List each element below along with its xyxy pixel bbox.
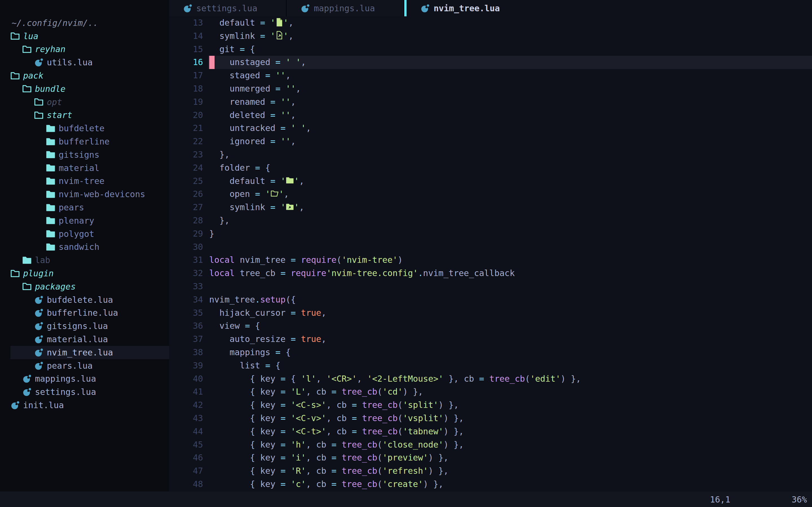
folder-icon bbox=[46, 243, 55, 251]
code-line-25[interactable]: 25 default = '', bbox=[169, 175, 812, 188]
tree-item-pears.lua[interactable]: pears.lua bbox=[0, 359, 169, 372]
tree-item-init.lua[interactable]: init.lua bbox=[0, 399, 169, 412]
code-line-26[interactable]: 26 open = '', bbox=[169, 187, 812, 201]
code-line-text: ignored = '', bbox=[208, 135, 812, 148]
tree-item-start[interactable]: start bbox=[0, 109, 169, 122]
line-number: 26 bbox=[169, 187, 208, 201]
tree-item-lab[interactable]: lab bbox=[0, 253, 169, 267]
code-line-text: mappings = { bbox=[208, 346, 812, 359]
tree-item-label: opt bbox=[47, 97, 62, 107]
code-line-36[interactable]: 36 view = { bbox=[169, 320, 812, 333]
code-line-text: { key = 'R', cb = tree_cb('refresh') }, bbox=[208, 464, 812, 478]
code-line-19[interactable]: 19 renamed = '', bbox=[169, 96, 812, 109]
code-line-28[interactable]: 28 }, bbox=[169, 214, 812, 227]
tab-settings.lua[interactable]: settings.lua bbox=[169, 0, 287, 16]
code-line-text: default = '', bbox=[208, 16, 812, 30]
tree-item-lua[interactable]: lua bbox=[0, 30, 169, 43]
tree-root-path[interactable]: ~/.config/nvim/.. bbox=[0, 16, 169, 30]
tree-item-packages[interactable]: packages bbox=[0, 280, 169, 293]
tree-item-label: plugin bbox=[23, 269, 54, 278]
folder-icon bbox=[46, 203, 55, 212]
tab-label: mappings.lua bbox=[314, 3, 375, 13]
code-line-44[interactable]: 44 { key = '<C-t>', cb = tree_cb('tabnew… bbox=[169, 425, 812, 438]
statusline: 16,1 36% bbox=[0, 492, 812, 507]
tree-item-label: gitsigns bbox=[59, 150, 100, 160]
code-line-18[interactable]: 18 unmerged = '', bbox=[169, 82, 812, 96]
folder-open-icon bbox=[10, 32, 20, 40]
tree-item-bundle[interactable]: bundle bbox=[0, 82, 169, 96]
tab-mappings.lua[interactable]: mappings.lua bbox=[287, 0, 404, 16]
code-line-29[interactable]: 29} bbox=[169, 227, 812, 240]
tree-item-reyhan[interactable]: reyhan bbox=[0, 43, 169, 56]
code-line-text: { key = 'L', cb = tree_cb('cd') }, bbox=[208, 385, 812, 399]
code-line-30[interactable]: 30 bbox=[169, 240, 812, 254]
code-line-17[interactable]: 17 staged = '', bbox=[169, 69, 812, 82]
code-line-47[interactable]: 47 { key = 'R', cb = tree_cb('refresh') … bbox=[169, 464, 812, 478]
tree-item-mappings.lua[interactable]: mappings.lua bbox=[0, 372, 169, 386]
code-line-40[interactable]: 40 { key = { 'l', '<CR>', '<2-LeftMouse>… bbox=[169, 372, 812, 386]
tree-item-opt[interactable]: opt bbox=[0, 96, 169, 109]
line-number: 44 bbox=[169, 425, 208, 438]
line-number: 32 bbox=[169, 267, 208, 280]
code-line-21[interactable]: 21 untracked = ' ', bbox=[169, 122, 812, 135]
tree-item-gitsigns.lua[interactable]: gitsigns.lua bbox=[0, 320, 169, 333]
code-line-41[interactable]: 41 { key = 'L', cb = tree_cb('cd') }, bbox=[169, 385, 812, 399]
code-line-33[interactable]: 33 bbox=[169, 280, 812, 293]
tree-item-nvim-tree[interactable]: nvim-tree bbox=[0, 175, 169, 188]
code-line-text: staged = '', bbox=[208, 69, 812, 82]
code-line-45[interactable]: 45 { key = 'h', cb = tree_cb('close_node… bbox=[169, 438, 812, 452]
tree-item-nvim_tree.lua[interactable]: nvim_tree.lua bbox=[0, 346, 169, 359]
tree-item-plugin[interactable]: plugin bbox=[0, 267, 169, 280]
code-line-16[interactable]: 16 unstaged = ' ', bbox=[169, 56, 812, 69]
tree-item-material.lua[interactable]: material.lua bbox=[0, 333, 169, 346]
folder-open-icon bbox=[270, 189, 279, 199]
tree-item-gitsigns[interactable]: gitsigns bbox=[0, 148, 169, 161]
code-line-39[interactable]: 39 list = { bbox=[169, 359, 812, 372]
code-line-46[interactable]: 46 { key = 'i', cb = tree_cb('preview') … bbox=[169, 451, 812, 464]
line-number: 16 bbox=[169, 56, 208, 69]
code-line-text: { key = '<C-v>', cb = tree_cb('vsplit') … bbox=[208, 412, 812, 425]
code-line-13[interactable]: 13 default = '', bbox=[169, 16, 812, 30]
code-line-34[interactable]: 34nvim_tree.setup({ bbox=[169, 293, 812, 306]
code-line-42[interactable]: 42 { key = '<C-s>', cb = tree_cb('split'… bbox=[169, 399, 812, 412]
tree-item-material[interactable]: material bbox=[0, 161, 169, 175]
folder-open-icon bbox=[10, 71, 20, 80]
code-line-20[interactable]: 20 deleted = '', bbox=[169, 109, 812, 122]
code-line-15[interactable]: 15 git = { bbox=[169, 43, 812, 56]
tree-item-label: bundle bbox=[35, 84, 65, 94]
code-line-48[interactable]: 48 { key = 'c', cb = tree_cb('create') }… bbox=[169, 478, 812, 491]
tree-item-bufferline.lua[interactable]: bufferline.lua bbox=[0, 306, 169, 320]
code-line-text: }, bbox=[208, 214, 812, 227]
tree-item-polygot[interactable]: polygot bbox=[0, 227, 169, 240]
neovim-window: ~/.config/nvim/.. luareyhanutils.luapack… bbox=[0, 0, 812, 507]
file-symlink-icon bbox=[275, 31, 283, 41]
code-line-14[interactable]: 14 symlink = '', bbox=[169, 30, 812, 43]
code-line-37[interactable]: 37 auto_resize = true, bbox=[169, 333, 812, 346]
code-line-27[interactable]: 27 symlink = '', bbox=[169, 201, 812, 214]
code-line-22[interactable]: 22 ignored = '', bbox=[169, 135, 812, 148]
tree-item-label: pears bbox=[59, 203, 84, 212]
lua-file-icon bbox=[22, 374, 32, 383]
tree-item-plenary[interactable]: plenary bbox=[0, 214, 169, 227]
code-line-35[interactable]: 35 hijack_cursor = true, bbox=[169, 306, 812, 320]
tree-item-bufdelete.lua[interactable]: bufdelete.lua bbox=[0, 293, 169, 306]
tree-item-settings.lua[interactable]: settings.lua bbox=[0, 385, 169, 399]
line-number: 28 bbox=[169, 214, 208, 227]
code-line-43[interactable]: 43 { key = '<C-v>', cb = tree_cb('vsplit… bbox=[169, 412, 812, 425]
tab-nvim_tree.lua[interactable]: nvim_tree.lua bbox=[407, 0, 520, 16]
tree-item-bufferline[interactable]: bufferline bbox=[0, 135, 169, 148]
tree-item-utils.lua[interactable]: utils.lua bbox=[0, 56, 169, 69]
tree-item-pack[interactable]: pack bbox=[0, 69, 169, 82]
tree-item-label: packages bbox=[35, 282, 76, 291]
tree-item-sandwich[interactable]: sandwich bbox=[0, 240, 169, 254]
tree-item-nvim-web-devicons[interactable]: nvim-web-devicons bbox=[0, 187, 169, 201]
code-line-24[interactable]: 24 folder = { bbox=[169, 161, 812, 175]
tree-item-bufdelete[interactable]: bufdelete bbox=[0, 122, 169, 135]
line-number: 13 bbox=[169, 16, 208, 30]
tree-item-pears[interactable]: pears bbox=[0, 201, 169, 214]
code-line-38[interactable]: 38 mappings = { bbox=[169, 346, 812, 359]
line-number: 19 bbox=[169, 96, 208, 109]
code-line-31[interactable]: 31local nvim_tree = require('nvim-tree') bbox=[169, 253, 812, 267]
code-line-23[interactable]: 23 }, bbox=[169, 148, 812, 161]
code-line-32[interactable]: 32local tree_cb = require'nvim-tree.conf… bbox=[169, 267, 812, 280]
